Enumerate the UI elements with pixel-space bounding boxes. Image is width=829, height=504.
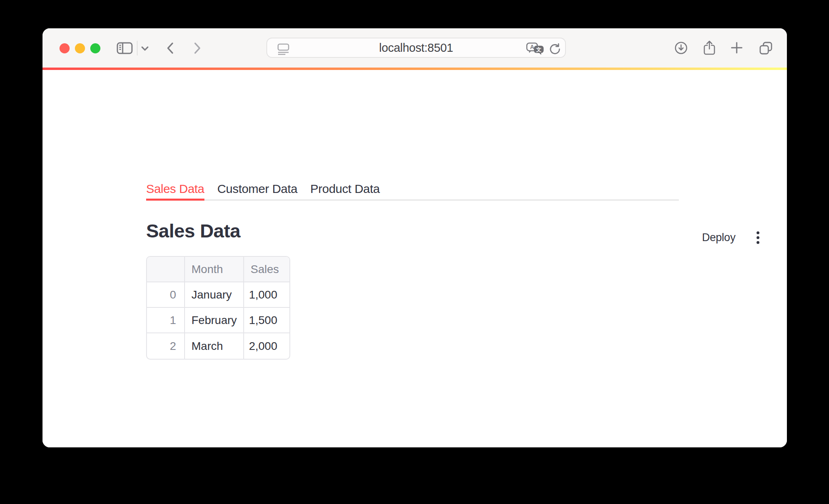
sales-cell: 1,000 <box>244 282 289 308</box>
row-index: 1 <box>147 308 185 333</box>
minimize-window-button[interactable] <box>75 43 85 53</box>
index-column-header <box>147 257 185 282</box>
page-title: Sales Data <box>146 219 681 243</box>
sidebar-toggle-icon[interactable] <box>117 42 133 54</box>
tab-overview-icon[interactable] <box>759 42 772 55</box>
new-tab-icon[interactable] <box>731 42 742 53</box>
forward-icon[interactable] <box>194 42 201 54</box>
row-index: 2 <box>147 333 185 359</box>
tab-bar: Sales Data Customer Data Product Data <box>146 182 679 201</box>
app-view: Deploy Sales Data Customer Data Product … <box>43 182 787 447</box>
page-settings-icon[interactable] <box>277 43 290 55</box>
main-content: Sales Data Customer Data Product Data Sa… <box>43 182 681 361</box>
app-header: Deploy <box>702 230 761 245</box>
browser-window: localhost:8501 A 文 <box>43 28 787 447</box>
sales-column-header: Sales <box>244 257 289 282</box>
translate-icon[interactable]: A 文 <box>526 42 544 55</box>
back-icon[interactable] <box>166 42 174 54</box>
download-icon[interactable] <box>675 42 687 54</box>
tab-sales-data[interactable]: Sales Data <box>146 182 204 201</box>
sales-cell: 1,500 <box>244 308 289 333</box>
month-cell: February <box>185 308 244 333</box>
share-icon[interactable] <box>703 40 716 55</box>
row-index: 0 <box>147 282 185 308</box>
data-table[interactable]: Month Sales 0 January 1,000 1 February <box>146 256 290 360</box>
url-field[interactable]: localhost:8501 A 文 <box>266 38 566 58</box>
month-column-header: Month <box>185 257 244 282</box>
toolbar-separator <box>137 41 138 55</box>
close-window-button[interactable] <box>60 43 70 53</box>
reload-icon[interactable] <box>549 43 561 55</box>
kebab-menu-icon[interactable] <box>755 230 761 246</box>
table-row: 0 January 1,000 <box>147 282 289 308</box>
sales-cell: 2,000 <box>244 333 289 359</box>
zoom-window-button[interactable] <box>90 43 100 53</box>
table-header-row: Month Sales <box>147 257 289 282</box>
month-cell: January <box>185 282 244 308</box>
chevron-down-icon[interactable] <box>141 46 149 51</box>
deploy-button[interactable]: Deploy <box>702 231 735 244</box>
browser-toolbar: localhost:8501 A 文 <box>43 28 787 68</box>
tab-customer-data[interactable]: Customer Data <box>217 182 298 201</box>
app-decoration-bar <box>43 68 787 70</box>
svg-text:A: A <box>530 44 534 50</box>
table-row: 1 February 1,500 <box>147 308 289 333</box>
month-cell: March <box>185 333 244 359</box>
tab-product-data[interactable]: Product Data <box>310 182 380 201</box>
table-row: 2 March 2,000 <box>147 333 289 359</box>
svg-text:文: 文 <box>536 47 542 53</box>
url-text: localhost:8501 <box>267 41 565 55</box>
